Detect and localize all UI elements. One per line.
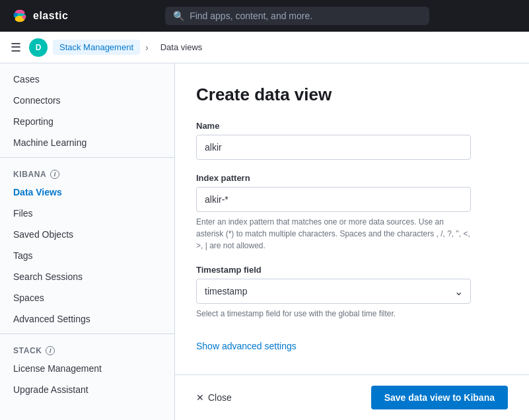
menu-icon[interactable]: ☰	[11, 40, 21, 55]
sidebar-item-saved-objects[interactable]: Saved Objects	[0, 224, 174, 245]
sidebar-item-search-sessions[interactable]: Search Sessions	[0, 266, 174, 287]
content-area: Create data view Name Index pattern Ente…	[175, 63, 529, 420]
search-placeholder: Find apps, content, and more.	[190, 11, 312, 21]
timestamp-select[interactable]: timestamp @timestamp --- I don't want to…	[196, 279, 471, 304]
sidebar-divider-2	[0, 333, 174, 334]
save-data-view-button[interactable]: Save data view to Kibana	[371, 386, 508, 409]
timestamp-hint: Select a timestamp field for use with th…	[196, 308, 471, 320]
create-data-view-panel: Create data view Name Index pattern Ente…	[175, 63, 492, 368]
panel-footer: ✕ Close Save data view to Kibana	[175, 374, 529, 420]
sidebar-section-kibana: Kibana i	[0, 162, 174, 182]
elastic-logo-icon	[11, 7, 29, 25]
close-button[interactable]: ✕ Close	[196, 387, 232, 408]
timestamp-label: Timestamp field	[196, 265, 471, 275]
main-layout: Cases Connectors Reporting Machine Learn…	[0, 63, 529, 420]
stack-info-icon[interactable]: i	[46, 346, 55, 355]
sidebar-item-upgrade-assistant[interactable]: Upgrade Assistant	[0, 379, 174, 400]
sidebar-item-reporting[interactable]: Reporting	[0, 111, 174, 132]
search-bar[interactable]: 🔍 Find apps, content, and more.	[165, 7, 429, 25]
name-label: Name	[196, 121, 471, 131]
timestamp-select-wrapper: timestamp @timestamp --- I don't want to…	[196, 279, 471, 304]
sidebar-item-connectors[interactable]: Connectors	[0, 90, 174, 111]
sidebar-item-machine-learning[interactable]: Machine Learning	[0, 132, 174, 153]
sidebar-item-data-views[interactable]: Data Views	[0, 182, 174, 203]
svg-point-4	[14, 13, 18, 17]
show-advanced-settings-link[interactable]: Show advanced settings	[196, 341, 297, 351]
close-label: Close	[208, 392, 232, 403]
index-pattern-input[interactable]	[196, 187, 471, 212]
breadcrumb-data-views[interactable]: Data views	[154, 40, 209, 55]
sidebar-section-stack: Stack i	[0, 338, 174, 358]
stack-section-label: Stack	[13, 346, 42, 355]
breadcrumb-stack-management[interactable]: Stack Management	[53, 40, 140, 55]
top-nav: elastic 🔍 Find apps, content, and more.	[0, 0, 529, 32]
sidebar-item-cases[interactable]: Cases	[0, 69, 174, 90]
sidebar-item-license-management[interactable]: License Management	[0, 358, 174, 379]
index-pattern-hint: Enter an index pattern that matches one …	[196, 216, 471, 252]
breadcrumb-separator: ›	[145, 42, 149, 53]
index-pattern-label: Index pattern	[196, 173, 471, 183]
kibana-info-icon[interactable]: i	[50, 170, 59, 179]
x-icon: ✕	[196, 392, 204, 403]
kibana-section-label: Kibana	[13, 170, 46, 179]
elastic-logo-text: elastic	[33, 10, 68, 22]
svg-point-5	[22, 15, 26, 19]
avatar[interactable]: D	[29, 38, 48, 57]
breadcrumb-bar: ☰ D Stack Management › Data views	[0, 32, 529, 63]
name-field-group: Name	[196, 121, 471, 160]
sidebar: Cases Connectors Reporting Machine Learn…	[0, 63, 175, 420]
sidebar-divider-1	[0, 157, 174, 158]
elastic-logo[interactable]: elastic	[11, 7, 68, 25]
search-icon: 🔍	[173, 11, 184, 21]
sidebar-item-advanced-settings[interactable]: Advanced Settings	[0, 308, 174, 330]
panel-title: Create data view	[196, 85, 471, 105]
sidebar-item-spaces[interactable]: Spaces	[0, 287, 174, 308]
name-input[interactable]	[196, 135, 471, 160]
sidebar-item-tags[interactable]: Tags	[0, 245, 174, 266]
index-pattern-field-group: Index pattern Enter an index pattern tha…	[196, 173, 471, 252]
timestamp-field-group: Timestamp field timestamp @timestamp ---…	[196, 265, 471, 320]
sidebar-item-files[interactable]: Files	[0, 203, 174, 224]
